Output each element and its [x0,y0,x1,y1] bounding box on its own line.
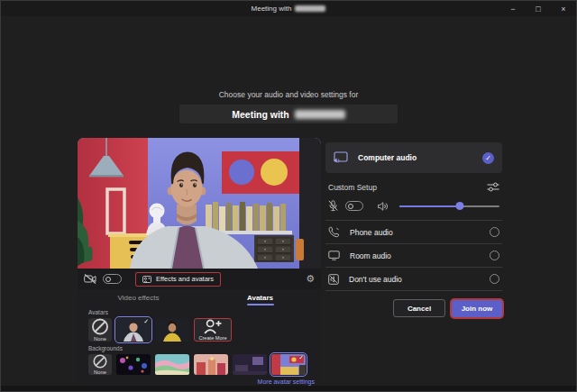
room-audio-option[interactable]: Room audio [325,244,502,268]
room-audio-icon [328,251,340,260]
computer-audio-option[interactable]: Computer audio ✓ [325,142,502,173]
effects-and-avatars-button[interactable]: Effects and avatars [135,272,221,287]
background-4-thumbnail [233,354,267,375]
computer-audio-radio-selected[interactable]: ✓ [482,152,494,164]
custom-setup-row: Custom Setup [325,182,502,192]
teams-prejoin-window: Meeting with − □ × Choose your audio and… [0,0,577,392]
effects-icon [142,276,151,283]
tab-video-effects-label: Video effects [118,294,160,302]
dont-use-audio-radio[interactable] [490,274,499,284]
meeting-title: Meeting with [179,105,398,123]
create-more-tile[interactable]: Create More [194,318,232,342]
redacted-name [295,5,325,12]
volume-fill [399,205,460,208]
phone-audio-radio[interactable] [490,227,499,237]
background-tile-2[interactable] [155,354,189,375]
tab-video-effects[interactable]: Video effects [78,290,199,305]
settings-subtitle: Choose your audio and video settings for [1,90,576,99]
cancel-button[interactable]: Cancel [393,299,445,317]
background-none-label: None [94,369,106,375]
none-icon [88,354,112,369]
room-audio-radio[interactable] [490,251,499,260]
background-tile-3[interactable] [194,354,228,375]
mic-volume-row [325,200,502,212]
effects-button-label: Effects and avatars [156,275,214,283]
none-icon [88,318,112,335]
camera-toggle[interactable] [103,274,122,284]
redacted-meeting-name [295,110,345,119]
titlebar: Meeting with − □ × [1,1,576,16]
gear-icon[interactable]: ⚙ [306,274,315,284]
backgrounds-heading: Backgrounds [88,345,321,351]
background-1-thumbnail [116,354,151,375]
background-tiles: None [88,354,321,375]
background-none-tile[interactable]: None [88,354,112,375]
speaker-icon [378,202,389,211]
selected-check-icon: ✓ [298,354,304,361]
background-2-thumbnail [155,354,189,375]
meeting-title-text: Meeting with [232,109,289,120]
tab-active-underline [247,304,274,305]
avatar-2-thumbnail [155,318,189,342]
dont-use-audio-label: Don't use audio [349,275,402,284]
custom-setup-label: Custom Setup [328,183,377,192]
background-tile-4[interactable] [233,354,267,375]
tab-avatars[interactable]: Avatars [199,290,321,305]
tab-avatars-label: Avatars [247,294,273,302]
mic-off-icon [328,200,338,212]
window-title-text: Meeting with [252,5,292,13]
avatar-tile-selected[interactable]: ✓ [116,318,151,342]
avatar-tile-2[interactable] [155,318,189,342]
mic-toggle[interactable] [345,201,363,211]
camera-off-icon[interactable] [84,274,96,284]
computer-audio-label: Computer audio [358,153,417,162]
avatar-none-tile[interactable]: None [88,318,112,342]
effects-tabs: Video effects Avatars [78,290,321,305]
audio-options-list: Phone audio Room audio Don't use audio [325,220,502,291]
window-bottom-edge [1,386,576,391]
create-avatar-icon [195,319,231,334]
radio-check-icon: ✓ [485,154,491,162]
camera-toggle-knob [105,277,112,283]
no-audio-icon [328,274,339,285]
avatar-scene [78,138,321,269]
room-audio-label: Room audio [350,251,391,260]
equalizer-icon[interactable] [487,182,499,192]
audio-panel: Computer audio ✓ Custom Setup [325,142,502,317]
camera-controls-row: Effects and avatars ⚙ [78,269,321,289]
window-title: Meeting with [1,5,576,13]
create-more-label: Create More [198,335,226,341]
phone-audio-option[interactable]: Phone audio [325,221,502,244]
background-tile-1[interactable] [116,354,151,375]
video-preview [78,138,321,269]
background-tile-selected[interactable]: ✓ [271,354,306,375]
phone-audio-icon [328,226,340,238]
dont-use-audio-option[interactable]: Don't use audio [325,268,502,291]
volume-thumb[interactable] [455,202,463,210]
computer-audio-icon [334,151,349,165]
join-now-button[interactable]: Join now [452,300,502,317]
action-buttons: Cancel Join now [325,299,502,317]
background-3-thumbnail [194,354,228,375]
more-avatar-settings-link[interactable]: More avatar settings [78,378,315,385]
avatar-tiles: None ✓ [88,318,321,342]
selected-check-icon: ✓ [143,318,149,325]
effects-panel: Video effects Avatars Avatars None [78,289,321,387]
avatars-heading: Avatars [88,309,321,315]
mic-toggle-knob [348,204,354,210]
avatar-none-label: None [94,336,106,342]
phone-audio-label: Phone audio [350,228,393,237]
video-panel: Effects and avatars ⚙ Video effects Avat… [78,138,321,387]
volume-slider[interactable] [399,202,499,210]
